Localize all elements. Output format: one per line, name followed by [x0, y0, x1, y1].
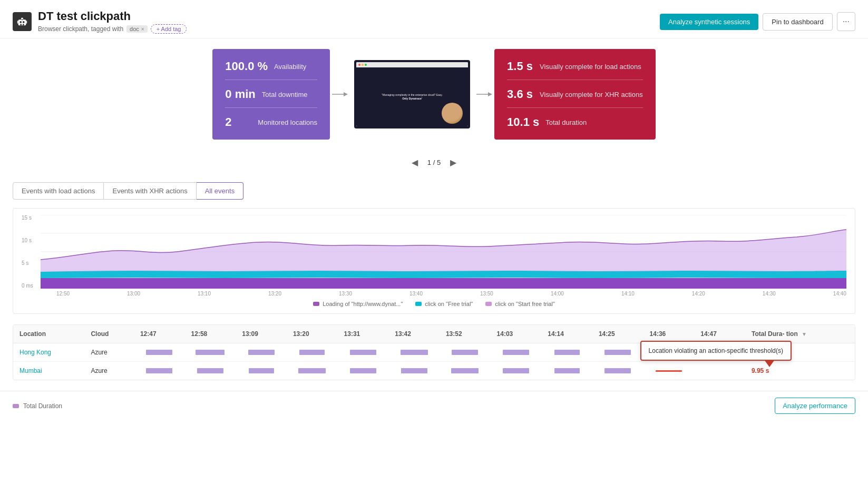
- more-actions-button[interactable]: ···: [837, 12, 855, 31]
- chart-legend: Loading of "http://www.dynat..." click o…: [22, 301, 846, 307]
- x-label-1350: 13:50: [480, 291, 493, 297]
- tag-badge: doc ×: [126, 25, 148, 33]
- hk-bar-1309: [236, 343, 287, 362]
- mumbai-location[interactable]: Mumbai: [13, 362, 84, 380]
- hk-bar-1331: [338, 343, 389, 362]
- hk-bar-1320: [287, 343, 338, 362]
- violation-tooltip: Location violating an action-specific th…: [640, 341, 792, 361]
- left-arrow-connector: [330, 86, 350, 102]
- x-label-1320: 13:20: [268, 291, 281, 297]
- col-cloud: Cloud: [84, 325, 133, 343]
- mumbai-bar-1425: [592, 362, 643, 380]
- downtime-label: Total downtime: [262, 91, 308, 98]
- col-location: Location: [13, 325, 84, 343]
- stat-visually-complete-xhr: 3.6 s Visually complete for XHR actions: [507, 87, 643, 108]
- browser-content: "Managing complexity in the enterprise c…: [356, 67, 468, 126]
- app-container: DT test clickpath Browser clickpath, tag…: [0, 0, 868, 494]
- x-label-1310: 13:10: [198, 291, 211, 297]
- hk-bar-1403: [491, 343, 542, 362]
- footer-legend-icon: [13, 404, 19, 408]
- col-1247: 12:47: [134, 325, 185, 343]
- mumbai-cloud: Azure: [84, 362, 133, 380]
- y-label-0ms: 0 ms: [22, 283, 33, 289]
- hk-location-link[interactable]: Hong Kong: [19, 349, 51, 356]
- legend-dot-free-trial: [415, 302, 422, 306]
- x-label-1300: 13:00: [127, 291, 140, 297]
- hk-bar-1258: [185, 343, 236, 362]
- hk-bar-1425: [592, 343, 643, 362]
- locations-label: Monitored locations: [258, 118, 317, 126]
- x-label-1430: 14:30: [763, 291, 776, 297]
- next-page-button[interactable]: ▶: [447, 155, 460, 170]
- browser-text: "Managing complexity in the enterprise c…: [382, 93, 443, 101]
- hk-bar-1414: [541, 343, 592, 362]
- add-tag-button[interactable]: + Add tag: [151, 24, 187, 34]
- hk-cloud: Azure: [84, 343, 133, 362]
- col-1331: 13:31: [338, 325, 389, 343]
- mumbai-total-duration: 9.95 s: [745, 362, 855, 380]
- tab-load-actions[interactable]: Events with load actions: [13, 182, 104, 200]
- svg-point-1: [19, 21, 22, 23]
- col-1403: 14:03: [491, 325, 542, 343]
- legend-dot-start-free-trial: [485, 302, 492, 306]
- table-row-mumbai: Mumbai Azure: [13, 362, 855, 380]
- x-label-1340: 13:40: [409, 291, 423, 297]
- x-label-1440: 14:40: [833, 291, 846, 297]
- robot-icon: [13, 12, 32, 31]
- tag-remove-icon[interactable]: ×: [141, 26, 144, 32]
- legend-label-free-trial: click on "Free trial": [425, 301, 473, 307]
- hk-location[interactable]: Hong Kong: [13, 343, 84, 362]
- header-left: DT test clickpath Browser clickpath, tag…: [13, 9, 187, 34]
- analyze-synthetic-button[interactable]: Analyze synthetic sessions: [660, 14, 758, 30]
- vc-load-label: Visually complete for load actions: [540, 63, 641, 71]
- svg-marker-10: [344, 92, 348, 96]
- svg-point-2: [23, 21, 25, 23]
- subtitle-text: Browser clickpath, tagged with: [38, 25, 123, 33]
- chart-svg[interactable]: [41, 215, 846, 289]
- screenshot-card[interactable]: "Managing complexity in the enterprise c…: [354, 60, 470, 129]
- y-label-5s: 5 s: [22, 260, 33, 266]
- legend-dot-loading: [313, 302, 319, 306]
- stat-availability: 100.0 % Availability: [225, 60, 317, 80]
- browser-bar: [356, 62, 468, 67]
- hk-bar-1342: [388, 343, 440, 362]
- svg-rect-8: [23, 24, 24, 26]
- mumbai-bar-1414: [541, 362, 592, 380]
- analyze-performance-button[interactable]: Analyze performance: [775, 398, 855, 414]
- legend-label-loading: Loading of "http://www.dynat...": [323, 301, 403, 307]
- svg-rect-4: [22, 19, 23, 21]
- tab-all-events[interactable]: All events: [197, 182, 243, 200]
- locations-value: 2: [225, 115, 251, 129]
- hk-bar-1247: [134, 343, 185, 362]
- browser-person: [442, 103, 463, 124]
- page-subtitle: Browser clickpath, tagged with doc × + A…: [38, 24, 187, 34]
- main-content: 100.0 % Availability 0 min Total downtim…: [0, 38, 868, 391]
- header-title-group: DT test clickpath Browser clickpath, tag…: [38, 9, 187, 34]
- stat-card-right: 1.5 s Visually complete for load actions…: [494, 49, 656, 140]
- mumbai-bar-1247: [134, 362, 185, 380]
- legend-label-start-free-trial: click on "Start free trial": [495, 301, 555, 307]
- mumbai-bar-1352: [440, 362, 491, 380]
- mumbai-bar-1403: [491, 362, 542, 380]
- col-1342: 13:42: [388, 325, 440, 343]
- mumbai-bar-1447: [694, 362, 745, 380]
- prev-page-button[interactable]: ◀: [408, 155, 421, 170]
- vc-xhr-label: Visually complete for XHR actions: [540, 91, 643, 98]
- vc-xhr-value: 3.6 s: [507, 87, 533, 101]
- col-1258: 12:58: [185, 325, 236, 343]
- page-title: DT test clickpath: [38, 9, 187, 23]
- legend-free-trial: click on "Free trial": [415, 301, 473, 307]
- cards-row: 100.0 % Availability 0 min Total downtim…: [13, 49, 855, 140]
- svg-rect-0: [18, 20, 26, 26]
- browser-dot-min: [362, 64, 364, 66]
- header: DT test clickpath Browser clickpath, tag…: [0, 0, 868, 38]
- pin-dashboard-button[interactable]: Pin to dashboard: [763, 13, 832, 31]
- tab-xhr-actions[interactable]: Events with XHR actions: [104, 182, 196, 200]
- svg-rect-6: [26, 21, 27, 24]
- x-label-1410: 14:10: [621, 291, 635, 297]
- footer-bar: Total Duration Analyze performance: [0, 391, 868, 420]
- stat-locations: 2 Monitored locations: [225, 115, 317, 129]
- stat-visually-complete-load: 1.5 s Visually complete for load actions: [507, 60, 643, 80]
- mumbai-location-link[interactable]: Mumbai: [19, 367, 42, 374]
- vc-load-value: 1.5 s: [507, 60, 533, 73]
